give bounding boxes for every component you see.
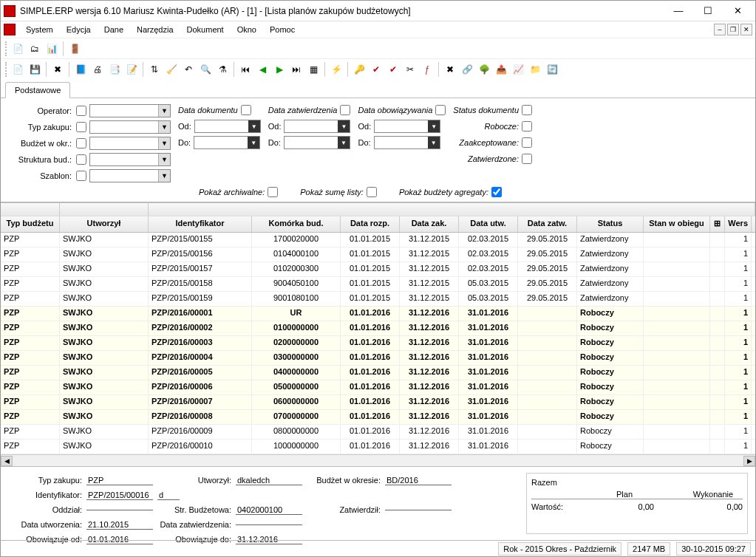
chk-zatwierdzone[interactable] [522, 154, 532, 164]
tb-refresh-icon[interactable]: 🔄 [545, 62, 559, 77]
tb-doc3-icon[interactable]: 📝 [124, 62, 139, 77]
table-row[interactable]: PZPSWJKOPZP/2015/00159900108010001.01.20… [1, 292, 755, 307]
table-row[interactable]: PZPSWJKOPZP/2015/00155170002000001.01.20… [1, 233, 755, 247]
chk-szablon[interactable] [76, 171, 86, 181]
menu-dane[interactable]: Dane [98, 24, 129, 35]
horizontal-scrollbar[interactable]: ◀ ▶ [1, 454, 755, 466]
table-row[interactable]: PZPSWJKOPZP/2016/00003020000000001.01.20… [1, 336, 755, 351]
tb-export-icon[interactable]: 📤 [494, 62, 508, 77]
tb-undo-icon[interactable]: ↶ [181, 62, 196, 77]
col-data-zatw[interactable]: Data zatw. [518, 216, 577, 232]
table-row[interactable]: PZPSWJKOPZP/2016/00005040000000001.01.20… [1, 366, 755, 380]
tb-doc2-icon[interactable]: 📑 [107, 62, 122, 77]
combo-szablon[interactable]: ▼ [89, 169, 171, 182]
table-row[interactable]: PZPSWJKOPZP/2016/00008070000000001.01.20… [1, 410, 755, 425]
date-od-3[interactable]: ▼ [374, 120, 440, 133]
col-typ-budzetu[interactable]: Typ budżetu [1, 216, 60, 232]
tb-check1-icon[interactable]: ✔ [369, 62, 384, 77]
table-row[interactable]: PZPSWJKOPZP/2016/00006050000000001.01.20… [1, 380, 755, 395]
combo-operator[interactable]: ▼ [89, 104, 171, 117]
table-row[interactable]: PZPSWJKOPZP/2015/00157010200030001.01.20… [1, 262, 755, 277]
mdi-minimize-button[interactable]: – [714, 24, 726, 35]
col-stan-w-obiegu[interactable]: Stan w obiegu [644, 216, 710, 232]
chk-operator[interactable] [76, 106, 86, 116]
tb-next-icon[interactable]: ▶ [272, 62, 287, 77]
table-row[interactable]: PZPSWJKOPZP/2015/00158900405010001.01.20… [1, 277, 755, 292]
col-extra[interactable]: ⊞ [710, 216, 725, 232]
chk-data-zatwierdzenia[interactable] [340, 105, 350, 115]
combo-budzet[interactable]: ▼ [89, 137, 171, 150]
col-data-zak[interactable]: Data zak. [400, 216, 459, 232]
tb-check2-icon[interactable]: ✔ [386, 62, 401, 77]
tb-cut-icon[interactable]: ✂ [403, 62, 418, 77]
chk-zaakceptowane[interactable] [522, 137, 532, 148]
col-status[interactable]: Status [577, 216, 644, 232]
chk-budzety-agregaty[interactable] [491, 187, 502, 197]
menu-system[interactable]: System [20, 24, 59, 35]
tb-exit-icon[interactable]: 🚪 [67, 41, 82, 56]
tb-print-icon[interactable]: 🖨 [90, 62, 105, 77]
combo-typ-zakupu[interactable]: ▼ [89, 120, 171, 134]
tb-icon-2[interactable]: 🗂 [27, 41, 42, 56]
tb-icon-3[interactable]: 📊 [44, 41, 59, 56]
tab-podstawowe[interactable]: Podstawowe [5, 82, 70, 98]
tb-remove-icon[interactable]: ✖ [443, 62, 457, 77]
chk-typ-zakupu[interactable] [76, 122, 86, 132]
col-identyfikator[interactable]: Identyfikator [149, 216, 252, 232]
tb-find-icon[interactable]: 🔍 [198, 62, 213, 77]
col-utworzyl[interactable]: Utworzył [60, 216, 149, 232]
table-row[interactable]: PZPSWJKOPZP/2016/00001UR01.01.201631.12.… [1, 307, 755, 321]
close-button[interactable]: ✕ [723, 2, 752, 20]
combo-struktura[interactable]: ▼ [89, 153, 171, 166]
tb-delete-icon[interactable]: ✖ [50, 62, 65, 77]
menu-dokument[interactable]: Dokument [181, 24, 230, 35]
tb-key-icon[interactable]: 🔑 [352, 62, 367, 77]
date-od-2[interactable]: ▼ [284, 120, 350, 133]
menu-narzedzia[interactable]: Narzędzia [131, 24, 180, 35]
tb-icon-1[interactable]: 📄 [10, 41, 25, 56]
col-data-rozp[interactable]: Data rozp. [341, 216, 400, 232]
date-do-2[interactable]: ▼ [284, 136, 350, 149]
table-row[interactable]: PZPSWJKOPZP/2016/00010100000000001.01.20… [1, 440, 755, 454]
table-row[interactable]: PZPSWJKOPZP/2016/00002010000000001.01.20… [1, 321, 755, 336]
tb-grid-icon[interactable]: ▦ [306, 62, 321, 77]
tb-save-icon[interactable]: 💾 [27, 62, 42, 77]
tb-prev-icon[interactable]: ◀ [255, 62, 270, 77]
chk-robocze[interactable] [522, 121, 532, 131]
tb-fx-icon[interactable]: ƒ [420, 62, 435, 77]
menu-edycja[interactable]: Edycja [61, 24, 97, 35]
tb-bolt-icon[interactable]: ⚡ [329, 62, 344, 77]
mdi-close-button[interactable]: ✕ [740, 24, 752, 35]
menu-okno[interactable]: Okno [231, 24, 262, 35]
tb-sort-icon[interactable]: ⇅ [147, 62, 162, 77]
table-row[interactable]: PZPSWJKOPZP/2016/00004030000000001.01.20… [1, 351, 755, 366]
chk-data-dokumentu[interactable] [241, 105, 251, 115]
chk-data-obowiazywania[interactable] [435, 105, 446, 115]
date-od-1[interactable]: ▼ [194, 120, 261, 133]
chk-status-dokumentu[interactable] [522, 105, 532, 115]
tb-tree-icon[interactable]: 🌳 [477, 62, 491, 77]
date-do-1[interactable]: ▼ [194, 136, 260, 149]
tb-clear-icon[interactable]: 🧹 [164, 62, 179, 77]
table-row[interactable]: PZPSWJKOPZP/2015/00156010400010001.01.20… [1, 247, 755, 262]
minimize-button[interactable]: — [664, 2, 693, 20]
tb-new-icon[interactable]: 📄 [10, 62, 25, 77]
maximize-button[interactable]: ☐ [693, 2, 723, 20]
col-wers[interactable]: Wers [725, 216, 752, 232]
tb-filter-icon[interactable]: ⚗ [215, 62, 230, 77]
scroll-left-icon[interactable]: ◀ [1, 456, 13, 466]
table-row[interactable]: PZPSWJKOPZP/2016/00009080000000001.01.20… [1, 425, 755, 440]
mdi-restore-button[interactable]: ❐ [727, 24, 739, 35]
menu-pomoc[interactable]: Pomoc [264, 24, 301, 35]
tb-chart-icon[interactable]: 📈 [511, 62, 525, 77]
col-komorka[interactable]: Komórka bud. [252, 216, 341, 232]
scroll-right-icon[interactable]: ▶ [743, 456, 755, 466]
table-row[interactable]: PZPSWJKOPZP/2016/00007060000000001.01.20… [1, 395, 755, 410]
tb-last-icon[interactable]: ⏭ [289, 62, 304, 77]
chk-struktura[interactable] [76, 154, 86, 165]
tb-doc1-icon[interactable]: 📘 [73, 62, 88, 77]
chk-sume-listy[interactable] [367, 187, 377, 197]
chk-archiwalne[interactable] [268, 187, 278, 197]
tb-link-icon[interactable]: 🔗 [460, 62, 474, 77]
chk-budzet[interactable] [76, 138, 86, 148]
